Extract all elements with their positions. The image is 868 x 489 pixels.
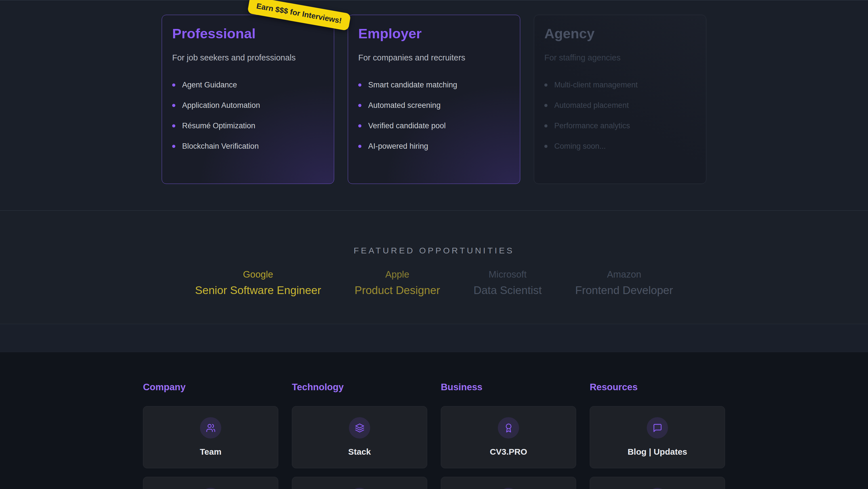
plan-feature-list: Agent Guidance Application Automation Ré… — [172, 75, 324, 156]
footer-column-business: Business CV3.PRO — [441, 382, 576, 489]
job-title: Product Designer — [354, 283, 440, 297]
footer-heading: Company — [143, 382, 278, 393]
footer-column-resources: Resources Blog | Updates — [590, 382, 725, 489]
icon-circle — [647, 488, 668, 489]
plan-title: Employer — [358, 25, 510, 42]
plan-feature: Agent Guidance — [172, 75, 324, 95]
bullet-icon — [358, 124, 361, 127]
featured-heading: FEATURED OPPORTUNITIES — [0, 210, 868, 255]
bullet-icon — [172, 83, 175, 87]
footer-column-technology: Technology Stack — [292, 382, 427, 489]
footer-card-label: Stack — [348, 447, 371, 457]
plan-subtitle: For companies and recruiters — [358, 52, 510, 63]
bullet-icon — [544, 145, 548, 148]
icon-circle — [200, 417, 221, 438]
bullet-icon — [358, 104, 361, 107]
plan-feature-list: Multi-client management Automated placem… — [544, 75, 696, 156]
plan-title: Professional — [172, 25, 324, 42]
award-icon — [504, 423, 514, 433]
job-company: Amazon — [575, 268, 673, 280]
bullet-icon — [358, 83, 361, 87]
job-title: Frontend Developer — [575, 283, 673, 297]
plans-section: Earn $$$ for Interviews! Professional Fo… — [0, 0, 868, 210]
plan-feature: Performance analytics — [544, 116, 696, 136]
footer-column-company: Company Team — [143, 382, 278, 489]
plan-feature-list: Smart candidate matching Automated scree… — [358, 75, 510, 156]
footer-card-cv3pro[interactable]: CV3.PRO — [441, 406, 576, 468]
featured-job-microsoft[interactable]: Microsoft Data Scientist — [473, 268, 542, 297]
plan-feature: AI-powered hiring — [358, 136, 510, 156]
bullet-icon — [172, 124, 175, 127]
plan-feature: Smart candidate matching — [358, 75, 510, 95]
job-company: Google — [195, 268, 321, 280]
featured-job-amazon[interactable]: Amazon Frontend Developer — [575, 268, 673, 297]
footer-heading: Resources — [590, 382, 725, 393]
layers-icon — [355, 423, 365, 433]
bullet-icon — [544, 83, 548, 87]
plan-subtitle: For job seekers and professionals — [172, 52, 324, 63]
plan-feature: Multi-client management — [544, 75, 696, 95]
footer-card-partial[interactable] — [441, 477, 576, 489]
plan-feature: Verified candidate pool — [358, 116, 510, 136]
plan-card-employer[interactable]: Employer For companies and recruiters Sm… — [348, 15, 520, 184]
plan-feature: Coming soon... — [544, 136, 696, 156]
featured-job-google[interactable]: Google Senior Software Engineer — [195, 268, 321, 297]
footer-card-partial[interactable] — [590, 477, 725, 489]
plan-feature: Automated screening — [358, 95, 510, 116]
footer-card-stack[interactable]: Stack — [292, 406, 427, 468]
job-title: Senior Software Engineer — [195, 283, 321, 297]
plans-row: Professional For job seekers and profess… — [0, 0, 868, 184]
job-title: Data Scientist — [473, 283, 542, 297]
bullet-icon — [172, 104, 175, 107]
plan-feature: Application Automation — [172, 95, 324, 116]
footer-heading: Business — [441, 382, 576, 393]
plan-card-agency: Agency For staffing agencies Multi-clien… — [534, 15, 706, 184]
footer-card-partial[interactable] — [143, 477, 278, 489]
footer-card-partial[interactable] — [292, 477, 427, 489]
plan-feature: Automated placement — [544, 95, 696, 116]
bullet-icon — [172, 145, 175, 148]
icon-circle — [200, 488, 221, 489]
footer-heading: Technology — [292, 382, 427, 393]
bullet-icon — [544, 104, 548, 107]
featured-job-apple[interactable]: Apple Product Designer — [354, 268, 440, 297]
icon-circle — [498, 488, 519, 489]
job-company: Apple — [354, 268, 440, 280]
plan-feature: Blockchain Verification — [172, 136, 324, 156]
footer-card-label: Team — [200, 447, 221, 457]
footer-card-blog[interactable]: Blog | Updates — [590, 406, 725, 468]
icon-circle — [647, 417, 668, 438]
users-icon — [206, 423, 216, 433]
bullet-icon — [544, 124, 548, 127]
footer-section: Company Team Technology — [0, 352, 868, 489]
icon-circle — [349, 417, 370, 438]
featured-opportunities-section: FEATURED OPPORTUNITIES Google Senior Sof… — [0, 210, 868, 324]
footer-card-team[interactable]: Team — [143, 406, 278, 468]
section-divider-band — [0, 324, 868, 352]
chat-icon — [653, 423, 662, 433]
plan-title: Agency — [544, 25, 696, 42]
icon-circle — [498, 417, 519, 438]
plan-card-professional[interactable]: Professional For job seekers and profess… — [162, 15, 334, 184]
featured-jobs-carousel: Google Senior Software Engineer Apple Pr… — [0, 268, 868, 297]
footer-card-label: Blog | Updates — [627, 447, 687, 457]
plan-feature: Résumé Optimization — [172, 116, 324, 136]
bullet-icon — [358, 145, 361, 148]
plan-subtitle: For staffing agencies — [544, 52, 696, 63]
icon-circle — [349, 488, 370, 489]
footer-card-label: CV3.PRO — [490, 447, 527, 457]
footer-grid: Company Team Technology — [143, 352, 725, 489]
job-company: Microsoft — [473, 268, 542, 280]
